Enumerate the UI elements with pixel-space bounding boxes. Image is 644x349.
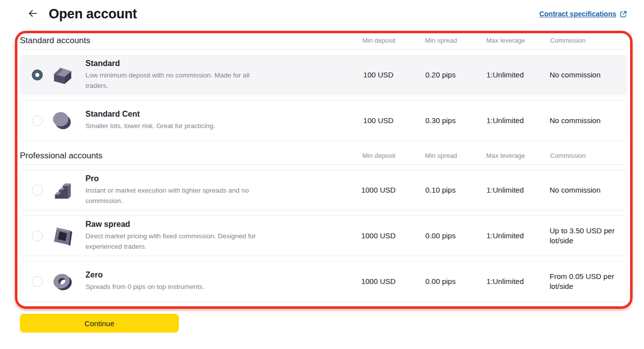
column-header-commission: Commission (539, 152, 627, 159)
max-leverage-value: 1:Unlimited (472, 70, 539, 80)
section-header-professional: Professional accounts Min deposit Min sp… (20, 147, 627, 165)
column-header-max-leverage: Max leverage (472, 37, 539, 44)
account-row-pro[interactable]: Pro Instant or market execution with tig… (20, 170, 627, 210)
account-name: Standard Cent (85, 110, 347, 119)
column-header-min-deposit: Min deposit (348, 37, 410, 44)
min-deposit-value: 1000 USD (347, 277, 409, 286)
min-deposit-value: 1000 USD (347, 231, 409, 241)
account-name: Zero (85, 271, 347, 279)
section-header-standard: Standard accounts Min deposit Min spread… (20, 32, 627, 50)
radio-raw-spread[interactable] (32, 230, 43, 241)
section-label: Professional accounts (20, 151, 348, 161)
account-row-zero[interactable]: Zero Spreads from 0 pips on top instrume… (20, 261, 627, 302)
radio-pro[interactable] (32, 185, 43, 196)
continue-button[interactable]: Continue (20, 314, 179, 333)
column-header-commission: Commission (539, 37, 627, 44)
account-name: Pro (85, 174, 347, 183)
commission-value: No commission (539, 116, 627, 126)
min-spread-value: 0.00 pips (409, 231, 472, 241)
column-header-min-deposit: Min deposit (348, 152, 410, 159)
min-deposit-value: 100 USD (347, 70, 409, 80)
min-spread-value: 0.30 pips (409, 116, 472, 126)
commission-value: From 0.05 USD per lot/side (539, 272, 627, 292)
min-spread-value: 0.20 pips (409, 70, 472, 80)
section-label: Standard accounts (20, 36, 348, 46)
frame-icon (49, 222, 76, 249)
account-description: Spreads from 0 pips on top instruments. (85, 282, 258, 292)
column-header-max-leverage: Max leverage (472, 152, 539, 159)
account-name: Raw spread (85, 220, 347, 229)
account-description: Smaller lots, lower risk. Great for prac… (85, 121, 258, 132)
ring-icon (49, 268, 76, 295)
contract-specifications-link[interactable]: Contract specifications (539, 10, 627, 18)
account-row-standard[interactable]: Standard Low minimum deposit with no com… (20, 55, 627, 95)
min-spread-value: 0.00 pips (409, 277, 472, 286)
min-deposit-value: 1000 USD (347, 185, 409, 195)
account-row-raw-spread[interactable]: Raw spread Direct market pricing with fi… (20, 215, 627, 256)
account-description: Instant or market execution with tighter… (85, 186, 258, 207)
stairs-icon (49, 177, 76, 204)
max-leverage-value: 1:Unlimited (472, 231, 539, 241)
max-leverage-value: 1:Unlimited (472, 185, 539, 195)
coin-icon (49, 107, 76, 134)
account-description: Direct market pricing with fixed commiss… (85, 231, 258, 252)
radio-zero[interactable] (32, 276, 43, 287)
min-spread-value: 0.10 pips (409, 185, 472, 195)
accounts-table: Standard accounts Min deposit Min spread… (20, 32, 627, 302)
page-title: Open account (49, 6, 137, 22)
external-link-icon (620, 10, 627, 18)
radio-standard-cent[interactable] (32, 115, 43, 126)
max-leverage-value: 1:Unlimited (472, 277, 539, 286)
commission-value: Up to 3.50 USD per lot/side (539, 226, 627, 246)
account-row-standard-cent[interactable]: Standard Cent Smaller lots, lower risk. … (20, 100, 627, 141)
standard-block-icon (49, 62, 76, 88)
account-description: Low minimum deposit with no commission. … (85, 70, 258, 91)
commission-value: No commission (539, 185, 627, 195)
radio-standard[interactable] (32, 70, 43, 80)
top-bar: Open account Contract specifications (0, 0, 644, 26)
column-header-min-spread: Min spread (410, 37, 472, 44)
max-leverage-value: 1:Unlimited (472, 116, 539, 126)
open-account-page: Open account Contract specifications Sta… (0, 0, 644, 349)
back-arrow-icon (27, 8, 38, 20)
contract-specifications-label: Contract specifications (539, 10, 616, 18)
commission-value: No commission (539, 70, 627, 80)
min-deposit-value: 100 USD (347, 116, 409, 126)
account-name: Standard (85, 59, 347, 68)
back-button[interactable] (26, 7, 40, 21)
column-header-min-spread: Min spread (410, 152, 472, 159)
